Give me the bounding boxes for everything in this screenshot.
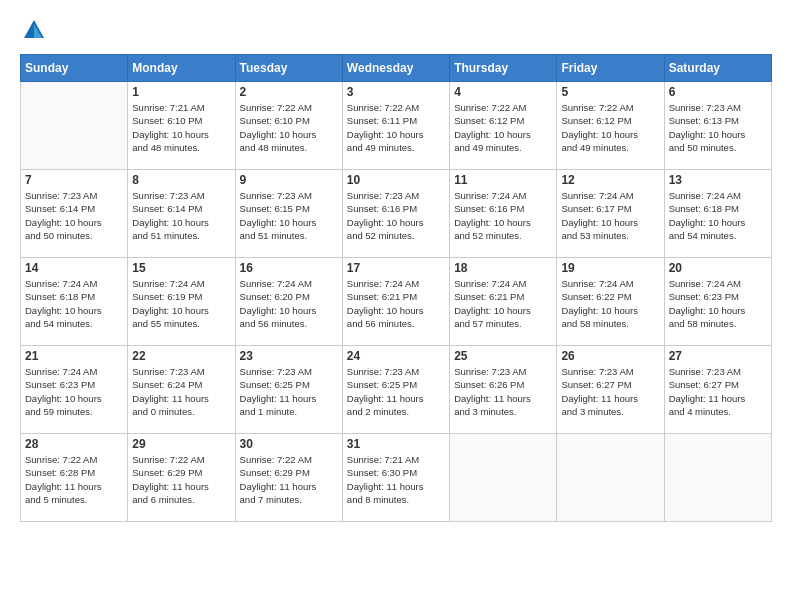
day-number: 20 (669, 261, 767, 275)
day-cell: 19Sunrise: 7:24 AMSunset: 6:22 PMDayligh… (557, 258, 664, 346)
day-info: Sunrise: 7:23 AMSunset: 6:25 PMDaylight:… (240, 365, 338, 418)
day-info: Sunrise: 7:22 AMSunset: 6:29 PMDaylight:… (132, 453, 230, 506)
day-info: Sunrise: 7:23 AMSunset: 6:14 PMDaylight:… (132, 189, 230, 242)
day-number: 23 (240, 349, 338, 363)
day-number: 10 (347, 173, 445, 187)
day-cell: 16Sunrise: 7:24 AMSunset: 6:20 PMDayligh… (235, 258, 342, 346)
day-number: 26 (561, 349, 659, 363)
day-number: 14 (25, 261, 123, 275)
day-number: 4 (454, 85, 552, 99)
day-cell: 30Sunrise: 7:22 AMSunset: 6:29 PMDayligh… (235, 434, 342, 522)
day-info: Sunrise: 7:22 AMSunset: 6:12 PMDaylight:… (454, 101, 552, 154)
day-number: 31 (347, 437, 445, 451)
day-info: Sunrise: 7:24 AMSunset: 6:21 PMDaylight:… (347, 277, 445, 330)
day-number: 13 (669, 173, 767, 187)
day-number: 30 (240, 437, 338, 451)
day-cell: 14Sunrise: 7:24 AMSunset: 6:18 PMDayligh… (21, 258, 128, 346)
day-number: 29 (132, 437, 230, 451)
day-cell: 1Sunrise: 7:21 AMSunset: 6:10 PMDaylight… (128, 82, 235, 170)
day-info: Sunrise: 7:23 AMSunset: 6:27 PMDaylight:… (669, 365, 767, 418)
header-cell-saturday: Saturday (664, 55, 771, 82)
day-cell: 3Sunrise: 7:22 AMSunset: 6:11 PMDaylight… (342, 82, 449, 170)
day-cell: 9Sunrise: 7:23 AMSunset: 6:15 PMDaylight… (235, 170, 342, 258)
day-cell: 25Sunrise: 7:23 AMSunset: 6:26 PMDayligh… (450, 346, 557, 434)
day-cell: 28Sunrise: 7:22 AMSunset: 6:28 PMDayligh… (21, 434, 128, 522)
day-info: Sunrise: 7:21 AMSunset: 6:30 PMDaylight:… (347, 453, 445, 506)
day-cell: 26Sunrise: 7:23 AMSunset: 6:27 PMDayligh… (557, 346, 664, 434)
day-info: Sunrise: 7:22 AMSunset: 6:12 PMDaylight:… (561, 101, 659, 154)
week-row-2: 14Sunrise: 7:24 AMSunset: 6:18 PMDayligh… (21, 258, 772, 346)
header-cell-friday: Friday (557, 55, 664, 82)
day-number: 15 (132, 261, 230, 275)
day-cell: 2Sunrise: 7:22 AMSunset: 6:10 PMDaylight… (235, 82, 342, 170)
day-number: 25 (454, 349, 552, 363)
day-info: Sunrise: 7:24 AMSunset: 6:23 PMDaylight:… (669, 277, 767, 330)
day-number: 19 (561, 261, 659, 275)
calendar-header: SundayMondayTuesdayWednesdayThursdayFrid… (21, 55, 772, 82)
day-number: 22 (132, 349, 230, 363)
day-cell: 8Sunrise: 7:23 AMSunset: 6:14 PMDaylight… (128, 170, 235, 258)
day-cell: 17Sunrise: 7:24 AMSunset: 6:21 PMDayligh… (342, 258, 449, 346)
day-cell: 7Sunrise: 7:23 AMSunset: 6:14 PMDaylight… (21, 170, 128, 258)
day-info: Sunrise: 7:23 AMSunset: 6:26 PMDaylight:… (454, 365, 552, 418)
day-cell: 10Sunrise: 7:23 AMSunset: 6:16 PMDayligh… (342, 170, 449, 258)
day-cell (21, 82, 128, 170)
day-cell: 20Sunrise: 7:24 AMSunset: 6:23 PMDayligh… (664, 258, 771, 346)
day-cell: 24Sunrise: 7:23 AMSunset: 6:25 PMDayligh… (342, 346, 449, 434)
day-number: 5 (561, 85, 659, 99)
day-info: Sunrise: 7:23 AMSunset: 6:24 PMDaylight:… (132, 365, 230, 418)
page-header (20, 16, 772, 44)
header-cell-tuesday: Tuesday (235, 55, 342, 82)
day-number: 17 (347, 261, 445, 275)
day-cell (450, 434, 557, 522)
day-info: Sunrise: 7:23 AMSunset: 6:14 PMDaylight:… (25, 189, 123, 242)
day-cell: 18Sunrise: 7:24 AMSunset: 6:21 PMDayligh… (450, 258, 557, 346)
day-number: 21 (25, 349, 123, 363)
day-cell: 6Sunrise: 7:23 AMSunset: 6:13 PMDaylight… (664, 82, 771, 170)
day-cell: 21Sunrise: 7:24 AMSunset: 6:23 PMDayligh… (21, 346, 128, 434)
day-info: Sunrise: 7:24 AMSunset: 6:23 PMDaylight:… (25, 365, 123, 418)
day-info: Sunrise: 7:24 AMSunset: 6:18 PMDaylight:… (25, 277, 123, 330)
calendar-page: SundayMondayTuesdayWednesdayThursdayFrid… (0, 0, 792, 612)
day-cell: 11Sunrise: 7:24 AMSunset: 6:16 PMDayligh… (450, 170, 557, 258)
day-info: Sunrise: 7:23 AMSunset: 6:16 PMDaylight:… (347, 189, 445, 242)
day-number: 6 (669, 85, 767, 99)
day-number: 18 (454, 261, 552, 275)
header-cell-monday: Monday (128, 55, 235, 82)
header-cell-sunday: Sunday (21, 55, 128, 82)
day-number: 12 (561, 173, 659, 187)
day-number: 3 (347, 85, 445, 99)
day-info: Sunrise: 7:24 AMSunset: 6:20 PMDaylight:… (240, 277, 338, 330)
day-info: Sunrise: 7:24 AMSunset: 6:21 PMDaylight:… (454, 277, 552, 330)
day-number: 9 (240, 173, 338, 187)
day-cell: 13Sunrise: 7:24 AMSunset: 6:18 PMDayligh… (664, 170, 771, 258)
day-info: Sunrise: 7:23 AMSunset: 6:25 PMDaylight:… (347, 365, 445, 418)
week-row-4: 28Sunrise: 7:22 AMSunset: 6:28 PMDayligh… (21, 434, 772, 522)
header-cell-wednesday: Wednesday (342, 55, 449, 82)
day-cell: 12Sunrise: 7:24 AMSunset: 6:17 PMDayligh… (557, 170, 664, 258)
day-cell: 31Sunrise: 7:21 AMSunset: 6:30 PMDayligh… (342, 434, 449, 522)
day-info: Sunrise: 7:21 AMSunset: 6:10 PMDaylight:… (132, 101, 230, 154)
day-info: Sunrise: 7:24 AMSunset: 6:22 PMDaylight:… (561, 277, 659, 330)
day-info: Sunrise: 7:23 AMSunset: 6:13 PMDaylight:… (669, 101, 767, 154)
day-info: Sunrise: 7:22 AMSunset: 6:10 PMDaylight:… (240, 101, 338, 154)
calendar-body: 1Sunrise: 7:21 AMSunset: 6:10 PMDaylight… (21, 82, 772, 522)
week-row-1: 7Sunrise: 7:23 AMSunset: 6:14 PMDaylight… (21, 170, 772, 258)
day-cell: 5Sunrise: 7:22 AMSunset: 6:12 PMDaylight… (557, 82, 664, 170)
day-cell: 4Sunrise: 7:22 AMSunset: 6:12 PMDaylight… (450, 82, 557, 170)
day-number: 28 (25, 437, 123, 451)
day-number: 27 (669, 349, 767, 363)
day-number: 16 (240, 261, 338, 275)
day-number: 8 (132, 173, 230, 187)
day-number: 24 (347, 349, 445, 363)
week-row-0: 1Sunrise: 7:21 AMSunset: 6:10 PMDaylight… (21, 82, 772, 170)
day-cell: 29Sunrise: 7:22 AMSunset: 6:29 PMDayligh… (128, 434, 235, 522)
logo-icon (20, 16, 48, 44)
day-number: 11 (454, 173, 552, 187)
day-info: Sunrise: 7:24 AMSunset: 6:16 PMDaylight:… (454, 189, 552, 242)
day-info: Sunrise: 7:22 AMSunset: 6:28 PMDaylight:… (25, 453, 123, 506)
day-cell: 27Sunrise: 7:23 AMSunset: 6:27 PMDayligh… (664, 346, 771, 434)
header-cell-thursday: Thursday (450, 55, 557, 82)
day-number: 2 (240, 85, 338, 99)
day-cell: 22Sunrise: 7:23 AMSunset: 6:24 PMDayligh… (128, 346, 235, 434)
